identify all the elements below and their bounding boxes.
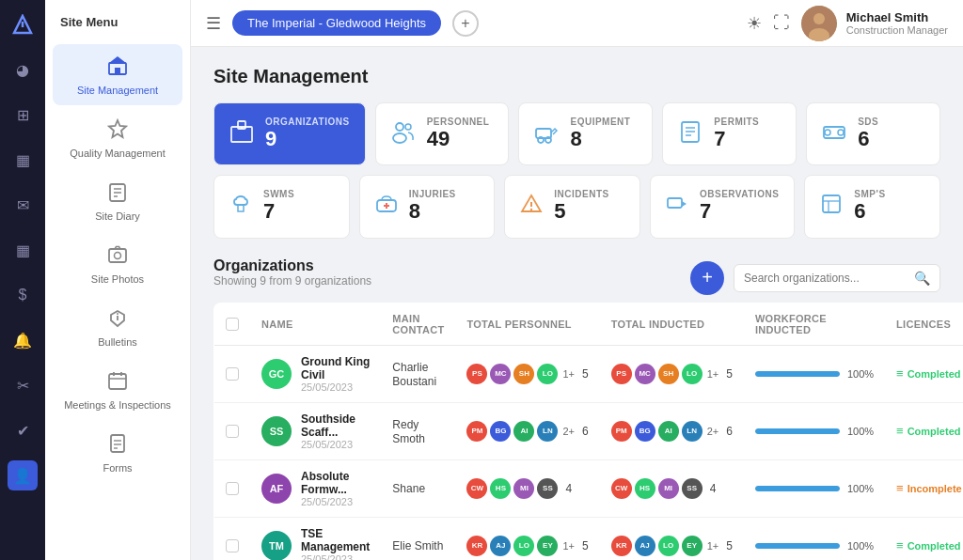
personnel-count: 5: [582, 539, 589, 552]
page-title: Site Management: [213, 66, 940, 87]
site-diary-icon: [107, 181, 128, 207]
nav-tools-icon[interactable]: ✂: [8, 370, 38, 400]
add-organization-button[interactable]: +: [690, 261, 724, 295]
nav-user-icon[interactable]: 👤: [8, 460, 38, 490]
badge-circle: AI: [513, 421, 534, 442]
swms-label: SWMS: [263, 189, 294, 199]
stat-swms[interactable]: SWMS 7: [213, 175, 350, 238]
nav-logo[interactable]: [8, 9, 38, 39]
row-checkbox[interactable]: [226, 539, 239, 552]
organizations-section-header: Organizations Showing 9 from 9 organizat…: [213, 257, 940, 299]
licence-status: Incomplete: [908, 483, 962, 494]
expand-icon[interactable]: ⛶: [773, 13, 790, 33]
progress-bar: [755, 428, 840, 434]
stat-organizations[interactable]: ORGANIZATIONS 9: [213, 102, 366, 165]
sidebar-item-forms[interactable]: Forms: [53, 424, 182, 483]
org-name: Absolute Formw...: [301, 470, 370, 496]
nav-check-icon[interactable]: ✔: [8, 415, 38, 445]
smps-label: SMP'S: [854, 189, 885, 199]
sidebar-item-site-diary[interactable]: Site Diary: [53, 172, 182, 231]
nav-building-icon[interactable]: ▦: [8, 145, 38, 175]
stat-personnel[interactable]: PERSONNEL 49: [375, 102, 510, 165]
org-avatar: AF: [261, 474, 292, 504]
equipment-stat-info: EQUIPMENT 8: [570, 117, 630, 151]
licence-icon: ≡: [896, 538, 904, 552]
personnel-badges: CWHSMISS: [611, 478, 703, 499]
sidebar-item-meetings[interactable]: Meetings & Inspections: [53, 361, 182, 420]
stat-sds[interactable]: SDS 6: [806, 102, 940, 165]
badge-circle: PS: [611, 364, 632, 384]
nav-alert-icon[interactable]: 🔔: [8, 325, 38, 355]
org-text: Southside Scaff... 25/05/2023: [301, 412, 370, 450]
svg-point-44: [530, 209, 532, 210]
row-checkbox[interactable]: [226, 367, 239, 381]
licence-badge: ≡ Completed: [896, 366, 962, 381]
select-all-checkbox[interactable]: [226, 318, 239, 331]
personnel-label: PERSONNEL: [427, 117, 490, 127]
stat-injuries[interactable]: INJURIES 8: [359, 175, 496, 238]
badge-circle: KR: [466, 536, 487, 556]
smps-value: 6: [854, 199, 885, 224]
row-checkbox[interactable]: [226, 425, 239, 438]
col-workforce: WORKFORCE INDUCTED: [744, 303, 885, 345]
organizations-value: 9: [265, 127, 350, 151]
sidebar-item-quality-management[interactable]: Quality Management: [53, 109, 182, 168]
org-name-cell: SS Southside Scaff... 25/05/2023: [261, 412, 370, 450]
hamburger-icon[interactable]: ☰: [206, 13, 221, 34]
personnel-icon: [391, 119, 416, 149]
org-name-cell: GC Ground King Civil 25/05/2023: [261, 355, 370, 393]
total-inducted-cell: PMBGAILN2+ 6: [611, 421, 733, 442]
badge-circle: LN: [682, 421, 703, 442]
sidebar-item-bulletins-label: Bulletins: [98, 336, 137, 348]
smps-icon: [820, 193, 843, 221]
search-icon[interactable]: 🔍: [914, 271, 930, 286]
progress-fill: [755, 428, 840, 434]
site-badge[interactable]: The Imperial - Gledwood Heights: [232, 10, 441, 36]
personnel-stat-info: PERSONNEL 49: [427, 117, 490, 151]
nav-calendar-icon[interactable]: ▦: [8, 235, 38, 265]
personnel-badges: PSMCSHLO1+: [466, 364, 575, 384]
search-input[interactable]: [744, 272, 907, 285]
sidebar-item-site-management[interactable]: Site Management: [53, 44, 182, 105]
add-tab-button[interactable]: +: [452, 10, 479, 37]
sidebar-item-meetings-label: Meetings & Inspections: [64, 399, 171, 411]
theme-icon[interactable]: ☀: [747, 13, 762, 34]
org-date: 25/05/2023: [301, 439, 370, 450]
sidebar-item-site-photos[interactable]: Site Photos: [53, 235, 182, 294]
col-name: NAME: [250, 303, 381, 345]
content-area: Site Management ORGANIZATIONS 9 PERSONNE…: [191, 47, 963, 560]
stat-incidents[interactable]: INCIDENTS 5: [504, 175, 640, 238]
stat-smps[interactable]: SMP'S 6: [804, 175, 940, 238]
bulletins-icon: [107, 307, 128, 333]
sidebar-item-bulletins[interactable]: Bulletins: [53, 298, 182, 357]
badge-circle: HS: [635, 478, 655, 499]
col-inducted: TOTAL INDUCTED: [600, 303, 744, 345]
badge-circle: LO: [513, 536, 534, 556]
svg-point-31: [545, 137, 551, 143]
injuries-label: INJURIES: [409, 189, 456, 199]
org-name: Ground King Civil: [301, 355, 370, 381]
organizations-table: NAME MAIN CONTACT TOTAL PERSONNEL TOTAL …: [213, 303, 963, 560]
svg-rect-45: [668, 198, 682, 208]
stat-observations[interactable]: OBSERVATIONS 7: [650, 175, 795, 238]
sidebar-item-site-management-label: Site Management: [77, 85, 158, 96]
nav-mail-icon[interactable]: ✉: [8, 190, 38, 220]
nav-dashboard-icon[interactable]: ◕: [8, 54, 38, 85]
personnel-count: 6: [582, 425, 589, 438]
col-licences: LICENCES: [885, 303, 963, 345]
stat-permits[interactable]: PERMITS 7: [662, 102, 797, 165]
svg-marker-46: [682, 201, 687, 207]
org-name: TSE Management: [301, 527, 370, 553]
injuries-stat-info: INJURIES 8: [409, 189, 456, 224]
main-content: ☰ The Imperial - Gledwood Heights + ☀ ⛶ …: [191, 0, 963, 560]
personnel-count: 4: [565, 482, 572, 495]
nav-dollar-icon[interactable]: $: [8, 280, 38, 310]
total-inducted-cell: KRAJLOEY1+ 5: [611, 536, 733, 556]
licence-badge: ≡ Incomplete: [896, 481, 962, 495]
row-checkbox[interactable]: [226, 482, 239, 495]
observations-stat-info: OBSERVATIONS 7: [700, 189, 779, 224]
nav-grid-icon[interactable]: ⊞: [8, 100, 38, 130]
personnel-badges: PMBGAILN2+: [466, 421, 575, 442]
stat-equipment[interactable]: EQUIPMENT 8: [518, 102, 653, 165]
licence-status: Completed: [908, 540, 961, 552]
